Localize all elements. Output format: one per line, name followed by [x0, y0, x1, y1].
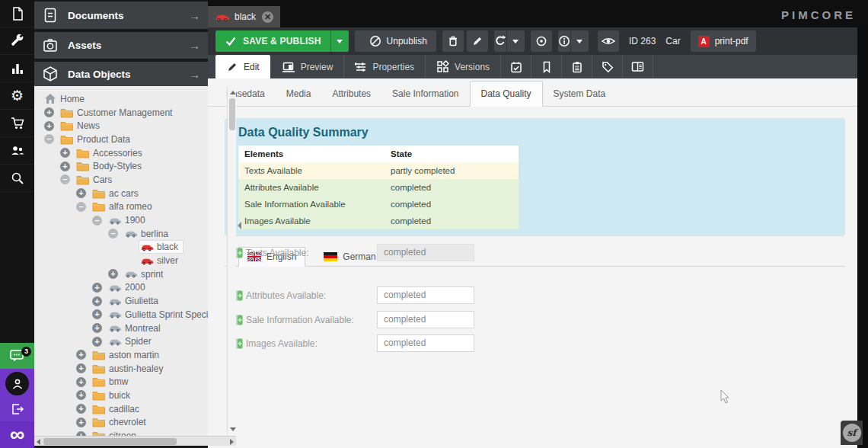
- tree-horizontal-scrollbar[interactable]: [34, 436, 236, 446]
- tree-item-alfa-romeo[interactable]: –alfa romeo: [34, 200, 208, 214]
- tree-expander-plus-icon[interactable]: +: [44, 121, 59, 131]
- tree-item-black[interactable]: black: [34, 241, 208, 254]
- field-value-input[interactable]: completed: [377, 286, 474, 304]
- tree-item-spider[interactable]: +Spider: [34, 334, 208, 348]
- scrollbar-thumb[interactable]: [229, 98, 235, 130]
- tree-expander-plus-icon[interactable]: +: [92, 296, 107, 306]
- tree-item-montreal[interactable]: +Montreal: [34, 322, 208, 335]
- tree-expander-minus-icon[interactable]: –: [44, 134, 59, 144]
- tree-vertical-scrollbar[interactable]: [227, 86, 236, 436]
- print-pdf-button[interactable]: A print-pdf: [691, 30, 756, 52]
- object-tab-system-data[interactable]: System Data: [543, 82, 617, 106]
- accordion-data-objects[interactable]: Data Objects→: [34, 62, 208, 86]
- tree-item-home[interactable]: Home: [34, 92, 208, 106]
- tree-expander-plus-icon[interactable]: +: [76, 418, 91, 427]
- info-dropdown-caret[interactable]: [570, 30, 589, 52]
- tree-expander-minus-icon[interactable]: –: [60, 174, 75, 184]
- tree-expander-plus-icon[interactable]: +: [92, 337, 107, 347]
- rail-wrench-button[interactable]: [0, 27, 34, 55]
- panel-bookmark-button[interactable]: [531, 55, 562, 78]
- tree-item-chevrolet[interactable]: +chevrolet: [34, 416, 208, 430]
- unpublish-button[interactable]: Unpublish: [355, 30, 436, 52]
- rail-search-button[interactable]: [0, 165, 34, 192]
- info-button[interactable]: [558, 30, 589, 52]
- tree-item-citroen[interactable]: +citroen: [34, 429, 208, 436]
- reload-button[interactable]: [494, 30, 525, 52]
- tree-item-austin-healey[interactable]: +austin-healey: [34, 362, 208, 376]
- tree-expander-plus-icon[interactable]: +: [76, 363, 91, 373]
- scroll-up-icon[interactable]: [230, 91, 236, 94]
- rail-users-button[interactable]: [0, 137, 34, 165]
- locate-in-tree-button[interactable]: [531, 30, 552, 52]
- language-tab-german[interactable]: German: [314, 247, 385, 267]
- open-object-tab-black[interactable]: black ✕: [208, 6, 280, 27]
- tree-expander-plus-icon[interactable]: +: [92, 309, 107, 319]
- tree-expander-plus-icon[interactable]: +: [76, 188, 91, 198]
- tree-item-silver[interactable]: silver: [34, 254, 208, 267]
- panel-tab-versions[interactable]: Versions: [426, 55, 501, 78]
- rail-gear-button[interactable]: ⚙: [0, 82, 34, 110]
- object-tab-data-quality[interactable]: Data Quality: [470, 81, 543, 107]
- close-tab-icon[interactable]: ✕: [262, 11, 273, 23]
- accordion-documents[interactable]: Documents→: [34, 2, 208, 29]
- tree-item-body-styles[interactable]: +Body-Styles: [34, 159, 208, 173]
- tree-item-product-data[interactable]: –Product Data: [34, 133, 208, 146]
- tree-item-gulietta-sprint-specia[interactable]: +Gulietta Sprint Specia: [34, 308, 208, 322]
- pimcore-infinity-logo[interactable]: ∞: [0, 421, 34, 448]
- symfony-profiler-badge[interactable]: sf: [841, 421, 863, 445]
- panel-tag-button[interactable]: [592, 55, 623, 78]
- logout-button[interactable]: [0, 398, 34, 421]
- tree-item-bmw[interactable]: +bmw: [34, 375, 208, 389]
- panel-tab-edit[interactable]: Edit: [215, 55, 270, 78]
- tree-expander-plus-icon[interactable]: +: [76, 377, 91, 387]
- tree-item-buick[interactable]: +buick: [34, 389, 208, 402]
- save-publish-button[interactable]: SAVE & PUBLISH: [215, 30, 349, 52]
- tree-expander-plus-icon[interactable]: +: [76, 350, 91, 360]
- tree-item-sprint[interactable]: +sprint: [34, 267, 208, 281]
- object-tab-media[interactable]: Media: [276, 82, 322, 106]
- tree-expander-plus-icon[interactable]: +: [108, 269, 123, 279]
- tree-item-cadillac[interactable]: +cadillac: [34, 402, 208, 416]
- tree-expander-plus-icon[interactable]: +: [92, 323, 107, 333]
- tree-item-ac-cars[interactable]: +ac cars: [34, 187, 208, 200]
- tree-item-aston-martin[interactable]: +aston martin: [34, 348, 208, 362]
- tree-item-giulietta[interactable]: +Giulietta: [34, 294, 208, 308]
- open-preview-button[interactable]: [598, 30, 619, 52]
- object-tab-basedata[interactable]: Basedata: [215, 82, 276, 106]
- rail-cart-button[interactable]: [0, 110, 34, 137]
- rail-bar-chart-button[interactable]: [0, 55, 34, 82]
- tree-expander-minus-icon[interactable]: –: [92, 216, 107, 226]
- panel-layout-button[interactable]: [623, 55, 653, 78]
- scroll-down-icon[interactable]: [230, 427, 236, 431]
- user-avatar-button[interactable]: [5, 372, 29, 395]
- tree-item-news[interactable]: +News: [34, 119, 208, 133]
- panel-tab-preview[interactable]: Preview: [271, 55, 345, 78]
- scrollbar-thumb[interactable]: [43, 438, 177, 445]
- object-tab-sale-information[interactable]: Sale Information: [381, 82, 469, 106]
- scroll-left-icon[interactable]: [37, 439, 40, 445]
- tree-expander-plus-icon[interactable]: +: [76, 390, 91, 400]
- tree-item-cars[interactable]: –Cars: [34, 173, 208, 187]
- tree-expander-plus-icon[interactable]: +: [60, 162, 75, 171]
- tree-item-customer-management[interactable]: +Customer Management: [34, 106, 208, 120]
- accordion-assets[interactable]: Assets→: [34, 32, 208, 59]
- rail-document-button[interactable]: [0, 0, 34, 27]
- panel-calendar-button[interactable]: [501, 55, 531, 78]
- rename-button[interactable]: [467, 30, 488, 52]
- tree-expander-minus-icon[interactable]: –: [108, 229, 123, 238]
- tree-expander-plus-icon[interactable]: +: [92, 283, 107, 293]
- tree-item-2000[interactable]: +2000: [34, 281, 208, 295]
- reload-dropdown-caret[interactable]: [506, 30, 525, 52]
- tree-expander-plus-icon[interactable]: +: [76, 404, 91, 414]
- panel-tab-properties[interactable]: Properties: [344, 55, 426, 78]
- tree-item-1900[interactable]: –1900: [34, 213, 208, 227]
- save-dropdown-caret[interactable]: [330, 30, 349, 52]
- object-tab-attributes[interactable]: Attributes: [321, 82, 381, 106]
- tree-expander-minus-icon[interactable]: –: [76, 202, 91, 212]
- field-value-input[interactable]: completed: [377, 244, 474, 261]
- tree-expander-plus-icon[interactable]: +: [60, 148, 75, 158]
- tree-expander-plus-icon[interactable]: +: [44, 107, 59, 117]
- field-value-input[interactable]: completed: [377, 334, 474, 352]
- tree-item-accessories[interactable]: +Accessories: [34, 146, 208, 160]
- chat-button[interactable]: 3: [0, 343, 34, 369]
